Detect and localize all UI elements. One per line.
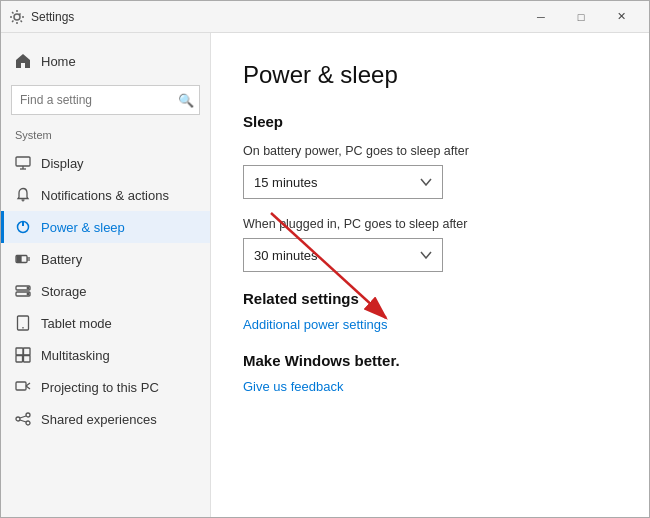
svg-point-25 <box>16 417 20 421</box>
sidebar-item-multitasking-label: Multitasking <box>41 348 110 363</box>
maximize-button[interactable]: □ <box>561 1 601 33</box>
sidebar-item-projecting[interactable]: Projecting to this PC <box>1 371 210 403</box>
shared-icon <box>15 411 31 427</box>
sidebar-item-home-label: Home <box>41 54 76 69</box>
svg-rect-20 <box>16 356 23 363</box>
plugged-sleep-value: 30 minutes <box>254 248 318 263</box>
projecting-icon <box>15 379 31 395</box>
sidebar-section-label: System <box>1 129 210 147</box>
sidebar-item-home[interactable]: Home <box>1 45 210 77</box>
sidebar-item-tablet-label: Tablet mode <box>41 316 112 331</box>
sidebar-item-storage-label: Storage <box>41 284 87 299</box>
main-content: Power & sleep Sleep On battery power, PC… <box>211 33 649 517</box>
dropdown-chevron-plugged <box>420 251 432 259</box>
battery-sleep-label: On battery power, PC goes to sleep after <box>243 144 617 158</box>
svg-point-26 <box>26 413 30 417</box>
sidebar-item-shared-label: Shared experiences <box>41 412 157 427</box>
multitasking-icon <box>15 347 31 363</box>
sidebar-item-power-label: Power & sleep <box>41 220 125 235</box>
related-settings-title: Related settings <box>243 290 617 307</box>
svg-line-28 <box>20 416 26 418</box>
sidebar-item-notifications-label: Notifications & actions <box>41 188 169 203</box>
sidebar-item-battery[interactable]: Battery <box>1 243 210 275</box>
bell-icon <box>15 187 31 203</box>
sidebar-item-notifications[interactable]: Notifications & actions <box>1 179 210 211</box>
additional-power-settings-link[interactable]: Additional power settings <box>243 317 617 332</box>
battery-sleep-value: 15 minutes <box>254 175 318 190</box>
svg-point-15 <box>27 293 29 295</box>
settings-window: Settings ─ □ ✕ Home 🔍 System <box>0 0 650 518</box>
sidebar: Home 🔍 System Display <box>1 33 211 517</box>
feedback-section: Make Windows better. Give us feedback <box>243 352 617 395</box>
sidebar-item-tablet[interactable]: Tablet mode <box>1 307 210 339</box>
display-icon <box>15 155 31 171</box>
close-button[interactable]: ✕ <box>601 1 641 33</box>
sidebar-item-projecting-label: Projecting to this PC <box>41 380 159 395</box>
make-better-title: Make Windows better. <box>243 352 617 369</box>
sidebar-search: 🔍 <box>11 85 200 115</box>
search-icon: 🔍 <box>178 93 194 108</box>
tablet-icon <box>15 315 31 331</box>
sidebar-item-display[interactable]: Display <box>1 147 210 179</box>
svg-rect-18 <box>16 348 23 355</box>
sidebar-item-display-label: Display <box>41 156 84 171</box>
titlebar-controls: ─ □ ✕ <box>521 1 641 33</box>
sleep-section: Sleep On battery power, PC goes to sleep… <box>243 113 617 272</box>
arrow-annotation <box>211 33 649 517</box>
plugged-sleep-dropdown[interactable]: 30 minutes <box>243 238 443 272</box>
sidebar-item-multitasking[interactable]: Multitasking <box>1 339 210 371</box>
related-settings-section: Related settings Additional power settin… <box>243 290 617 332</box>
minimize-button[interactable]: ─ <box>521 1 561 33</box>
titlebar-title: Settings <box>31 10 521 24</box>
svg-rect-21 <box>24 356 31 363</box>
sidebar-item-storage[interactable]: Storage <box>1 275 210 307</box>
sidebar-item-battery-label: Battery <box>41 252 82 267</box>
svg-rect-1 <box>16 157 30 166</box>
svg-point-27 <box>26 421 30 425</box>
sidebar-item-power[interactable]: Power & sleep <box>1 211 210 243</box>
storage-icon <box>15 283 31 299</box>
content-area: Home 🔍 System Display <box>1 33 649 517</box>
svg-point-0 <box>14 14 20 20</box>
page-title: Power & sleep <box>243 61 617 89</box>
svg-line-29 <box>20 420 26 422</box>
svg-rect-11 <box>17 257 21 262</box>
dropdown-chevron-battery <box>420 178 432 186</box>
feedback-link[interactable]: Give us feedback <box>243 379 343 394</box>
settings-app-icon <box>9 9 25 25</box>
titlebar: Settings ─ □ ✕ <box>1 1 649 33</box>
plugged-sleep-label: When plugged in, PC goes to sleep after <box>243 217 617 231</box>
power-icon <box>15 219 31 235</box>
battery-icon <box>15 251 31 267</box>
svg-rect-19 <box>24 348 31 355</box>
sidebar-item-shared[interactable]: Shared experiences <box>1 403 210 435</box>
search-input[interactable] <box>11 85 200 115</box>
sleep-section-title: Sleep <box>243 113 617 130</box>
svg-point-14 <box>27 287 29 289</box>
svg-rect-22 <box>16 382 26 390</box>
battery-sleep-dropdown[interactable]: 15 minutes <box>243 165 443 199</box>
home-icon <box>15 53 31 69</box>
